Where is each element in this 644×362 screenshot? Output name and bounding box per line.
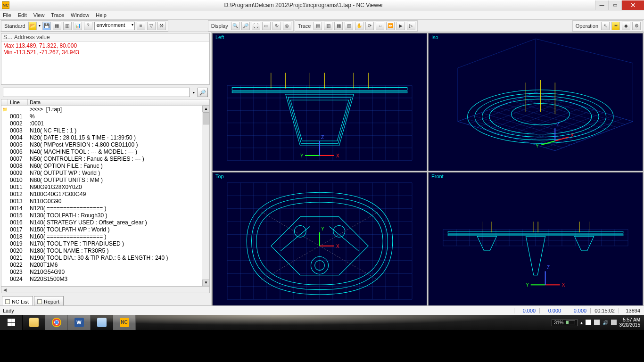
cursor-icon[interactable]: ↖ [601,22,610,30]
battery-indicator[interactable]: 31% [552,319,577,326]
trace1-icon[interactable]: ▤ [314,22,322,30]
toolbar-standard-label: Standard [3,23,26,29]
diamond-icon[interactable]: ◆ [622,22,630,30]
view-top-label: Top [215,173,224,179]
help-icon[interactable]: ? [84,22,92,30]
tray-volume-icon[interactable]: 🔊 [603,320,608,325]
tray-action-center-icon[interactable] [586,320,591,325]
table-row[interactable]: 0014N120( ================= ) [1,205,209,212]
task-explorer[interactable] [23,315,45,330]
table-row[interactable]: 0015N130( TOOLPATH : Rough30 ) [1,212,209,219]
nc-list-body[interactable]: 📁>>>> [1.tap]0001%0002:00010003N10( NC F… [1,106,209,286]
table-row[interactable]: 0003N10( NC FILE : 1 ) [1,127,209,134]
tile2-icon[interactable]: ▥ [63,22,72,30]
tray-flag-icon[interactable] [594,320,600,325]
menu-window[interactable]: Window [71,12,89,18]
trace3-icon[interactable]: ▦ [334,22,343,30]
table-row[interactable]: 0011N90G91G28X0Y0Z0 [1,184,209,191]
table-row[interactable]: 0002:0001 [1,120,209,127]
sun-icon[interactable]: ☀ [611,22,620,30]
tool-icon[interactable]: ⚒ [157,22,166,30]
view-left[interactable]: Left /*grid*/ [212,33,427,171]
pan-icon[interactable]: ✋ [355,22,363,30]
table-row[interactable]: 0023N210G54G90 [1,269,209,276]
gear-icon[interactable]: ⚙ [632,22,641,30]
table-row[interactable]: 0001% [1,113,209,120]
toolbar-trace-label: Trace [297,23,312,29]
environment-dropdown[interactable]: environment [94,22,135,30]
svg-text:Z: Z [321,135,324,140]
table-row[interactable]: 0012N100G40G17G00G49 [1,191,209,198]
minimize-button[interactable]: — [595,0,608,10]
col-line-header[interactable]: Line [8,99,28,105]
table-row[interactable]: 0004N20( DATE : 28.01.15 & TIME - 11:39:… [1,134,209,141]
start-button[interactable] [0,315,23,330]
rotate-icon[interactable]: ⟳ [365,22,374,30]
tab-report[interactable]: Report [34,296,64,305]
zoom-in-icon[interactable]: 🔍 [231,22,239,30]
table-row[interactable]: 0013N110G0G90 [1,198,209,205]
scroll-up-icon[interactable]: ▲ [202,106,209,112]
menu-help[interactable]: Help [96,12,107,18]
table-row[interactable]: 0006N40( MACHINE TOOL : --- & MODEL : --… [1,148,209,156]
step-icon[interactable]: ▷ [407,22,415,30]
search-button[interactable]: 🔎 [198,88,208,97]
tray-up-icon[interactable]: ▴ [580,320,583,325]
chart-icon[interactable]: 📊 [74,22,82,30]
svg-line-101 [281,226,310,251]
trace2-icon[interactable]: ▥ [324,22,332,30]
table-row[interactable]: 0005N30( PMPost VERSION : 4.800 CB01100 … [1,141,209,148]
measure-icon[interactable]: ↔ [376,22,384,30]
table-row[interactable]: 0008N60( OPTION FILE : Fanuc ) [1,163,209,170]
table-row[interactable]: 0007N50( CONTROLLER : Fanuc & SERIES : -… [1,156,209,163]
task-calc[interactable] [91,315,113,330]
task-ncviewer[interactable]: NC [113,315,136,330]
list-icon[interactable]: ≡ [137,22,145,30]
table-row[interactable]: 0019N170( TOOL TYPE : TIPRADIUSED ) [1,240,209,247]
save-icon[interactable]: 💾 [42,22,51,30]
clock[interactable]: 5:57 AM 3/20/2015 [619,317,641,328]
menu-view[interactable]: View [33,12,45,18]
task-chrome[interactable] [45,315,68,330]
view-front[interactable]: Front [428,172,643,305]
close-button[interactable]: ✕ [621,0,644,10]
footer-left-arrow-icon[interactable]: ◀ [3,288,7,292]
maximize-button[interactable]: ▭ [608,0,621,10]
table-row[interactable]: 0021N190( TOOL DIA.: 30 & TIP RAD.: 5 & … [1,255,209,262]
table-row[interactable]: 0020N180( TOOL NAME : TR30R5 ) [1,247,209,255]
menu-edit[interactable]: Edit [18,12,27,18]
table-row[interactable]: 0010N80( OUTPUT UNITS : MM ) [1,177,209,184]
tile-icon[interactable]: ▦ [53,22,61,30]
menu-file[interactable]: File [3,12,11,18]
search-dropdown-icon[interactable]: ▾ [193,90,195,95]
menu-trace[interactable]: Trace [51,12,64,18]
table-row[interactable]: 0018N160( ================= ) [1,233,209,240]
task-word[interactable]: W [68,315,91,330]
zoom-region-icon[interactable]: ▭ [262,22,271,30]
scroll-down-icon[interactable]: ▼ [202,280,209,286]
view-top[interactable]: Top [212,172,427,305]
zoom-fit-icon[interactable]: ⛶ [252,22,260,30]
refresh-icon[interactable]: ↻ [272,22,281,30]
view-iso[interactable]: Iso [428,33,643,171]
target-icon[interactable]: ◎ [283,22,291,30]
col-data-header[interactable]: Data [28,99,209,105]
open-icon[interactable]: 📂 [28,22,37,30]
tray-network-icon[interactable] [611,320,617,325]
search-input[interactable] [3,88,190,97]
menubar: File Edit View Trace Window Help [0,10,644,20]
table-row[interactable]: 0024N220S1500M3 [1,276,209,283]
view-iso-label: Iso [431,34,438,40]
filter-icon[interactable]: ▽ [147,22,156,30]
trace4-icon[interactable]: ▧ [345,22,353,30]
play-fast-icon[interactable]: ⏩ [386,22,395,30]
table-row[interactable]: 0009N70( OUTPUT WP : World ) [1,170,209,177]
tab-nc-list[interactable]: NC List [2,296,33,305]
zoom-out-icon[interactable]: 🔎 [241,22,250,30]
play-icon[interactable]: ▶ [396,22,405,30]
table-row[interactable]: 0016N140( STRATEGY USED : Offset_area_cl… [1,219,209,226]
scroll-thumb[interactable] [203,112,209,124]
table-row[interactable]: 0017N150( TOOLPATH WP : World ) [1,226,209,233]
table-row[interactable]: 0022N200T1M6 [1,262,209,269]
scrollbar[interactable]: ▲ ▼ [202,106,209,286]
